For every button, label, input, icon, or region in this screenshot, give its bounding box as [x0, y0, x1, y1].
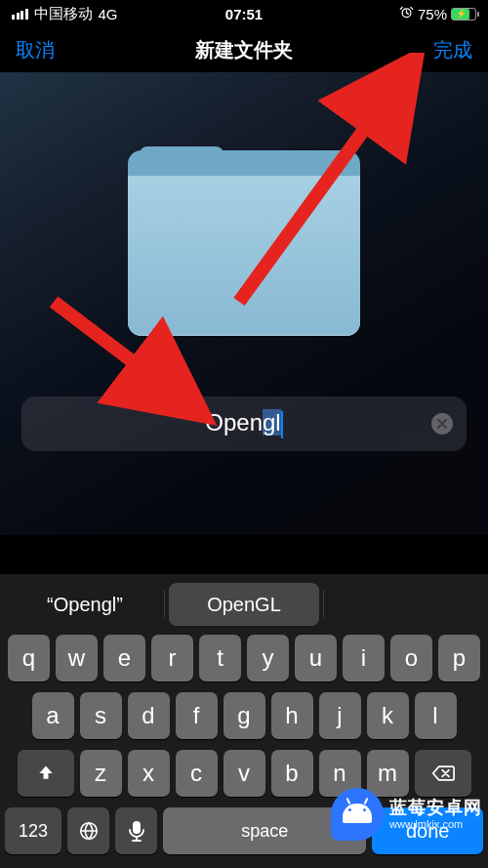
network-label: 4G — [99, 6, 118, 22]
key-e[interactable]: e — [103, 635, 145, 682]
key-u[interactable]: u — [295, 635, 337, 682]
key-g[interactable]: g — [224, 692, 265, 739]
watermark-url: www.lmkjx.com — [389, 818, 482, 830]
key-x[interactable]: x — [128, 750, 170, 797]
status-bar: 中国移动 4G 07:51 75% ⚡ — [0, 0, 488, 27]
alarm-icon — [399, 5, 414, 22]
suggestion-primary[interactable]: OpenGL — [169, 583, 319, 626]
key-shift[interactable] — [18, 750, 74, 797]
key-row-2: a s d f g h j k l — [5, 692, 483, 739]
key-j[interactable]: j — [319, 692, 361, 739]
key-l[interactable]: l — [415, 692, 457, 739]
cancel-button[interactable]: 取消 — [16, 37, 55, 63]
folder-name-value: Opengl — [205, 409, 282, 438]
key-p[interactable]: p — [438, 635, 480, 682]
key-c[interactable]: c — [176, 750, 218, 797]
key-r[interactable]: r — [151, 635, 193, 682]
key-s[interactable]: s — [80, 692, 122, 739]
key-o[interactable]: o — [390, 635, 432, 682]
key-q[interactable]: q — [8, 635, 50, 682]
suggestion-literal[interactable]: “Opengl” — [10, 583, 160, 626]
svg-rect-6 — [133, 821, 141, 834]
key-b[interactable]: b — [271, 750, 313, 797]
key-a[interactable]: a — [32, 692, 74, 739]
suggestion-bar: “Opengl” OpenGL — [0, 574, 488, 635]
nav-title: 新建文件夹 — [195, 37, 293, 63]
key-h[interactable]: h — [271, 692, 313, 739]
key-z[interactable]: z — [80, 750, 122, 797]
key-numbers[interactable]: 123 — [5, 807, 61, 854]
modal-body: Opengl — [0, 72, 488, 535]
key-f[interactable]: f — [176, 692, 218, 739]
key-k[interactable]: k — [367, 692, 409, 739]
key-i[interactable]: i — [343, 635, 385, 682]
key-d[interactable]: d — [128, 692, 170, 739]
status-time: 07:51 — [225, 6, 263, 22]
done-button[interactable]: 完成 — [433, 37, 472, 63]
nav-bar: 取消 新建文件夹 完成 — [0, 27, 488, 72]
clear-input-button[interactable] — [431, 413, 453, 434]
folder-icon — [128, 150, 360, 336]
watermark-logo-icon — [331, 788, 384, 841]
watermark: 蓝莓安卓网 www.lmkjx.com — [331, 788, 482, 841]
carrier-label: 中国移动 — [34, 5, 93, 23]
key-y[interactable]: y — [247, 635, 289, 682]
key-globe[interactable] — [67, 807, 109, 854]
suggestion-empty[interactable] — [328, 583, 478, 626]
folder-name-input[interactable]: Opengl — [21, 396, 467, 451]
key-v[interactable]: v — [224, 750, 265, 797]
key-mic[interactable] — [115, 807, 157, 854]
signal-icon — [12, 9, 28, 20]
key-w[interactable]: w — [56, 635, 98, 682]
watermark-title: 蓝莓安卓网 — [389, 799, 482, 818]
battery-icon: ⚡ — [451, 8, 476, 21]
key-t[interactable]: t — [199, 635, 241, 682]
battery-percent: 75% — [418, 6, 447, 22]
key-row-1: q w e r t y u i o p — [5, 635, 483, 682]
